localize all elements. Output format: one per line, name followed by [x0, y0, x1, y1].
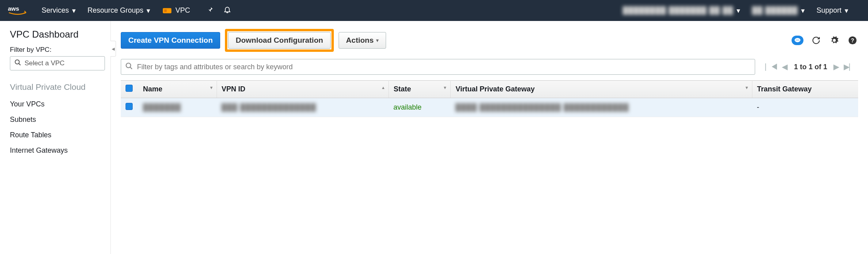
nav-services-label: Services [42, 6, 69, 15]
top-nav: aws Services ▾ Resource Groups ▾ VPC ███… [0, 0, 868, 21]
download-config-highlight: Download Configuration [225, 29, 334, 52]
search-field[interactable] [137, 63, 751, 71]
svg-point-11 [126, 63, 131, 68]
col-tgw[interactable]: Transit Gateway [752, 81, 858, 98]
vpn-connections-table: Name▾ VPN ID▴ State▾ Virtual Private Gat… [121, 80, 858, 117]
nav-region[interactable]: ██ ██████ ▾ [752, 6, 805, 15]
col-name[interactable]: Name▾ [138, 81, 217, 98]
svg-text:?: ? [851, 38, 854, 44]
svg-line-12 [130, 67, 132, 69]
nav-support[interactable]: Support ▾ [817, 6, 848, 15]
cell-name: ███████ [143, 103, 181, 111]
sidebar: ◀ VPC Dashboard Filter by VPC: Select a … [0, 21, 111, 254]
filter-by-vpc-label: Filter by VPC: [10, 46, 101, 54]
content: Create VPN Connection Download Configura… [111, 21, 868, 254]
row-checkbox[interactable] [126, 103, 133, 110]
caret-down-icon: ▾ [801, 6, 805, 15]
vpc-select[interactable]: Select a VPC [10, 56, 105, 70]
svg-point-8 [798, 40, 799, 40]
pager-next-icon[interactable]: ▶ [834, 63, 839, 71]
svg-point-7 [797, 40, 798, 40]
actions-label: Actions [346, 36, 374, 45]
sidebar-link-your-vpcs[interactable]: Your VPCs [10, 97, 101, 112]
vpc-service-icon [162, 6, 172, 16]
caret-down-icon: ▾ [845, 6, 848, 15]
pin-icon[interactable] [207, 6, 214, 15]
refresh-icon[interactable] [811, 35, 822, 46]
download-configuration-button[interactable]: Download Configuration [228, 32, 331, 49]
account-name: ████████ ███████ ██ ██ [623, 6, 733, 15]
region-name: ██ ██████ [752, 6, 798, 15]
settings-icon[interactable] [829, 35, 840, 46]
cell-vgw: ████ ███████████████ ████████████ [455, 103, 629, 111]
svg-point-3 [15, 60, 19, 64]
pager-text: 1 to 1 of 1 [794, 63, 827, 71]
svg-point-6 [796, 40, 797, 40]
caret-down-icon: ▾ [72, 6, 76, 15]
create-vpn-connection-button[interactable]: Create VPN Connection [121, 32, 220, 49]
pager-last-icon[interactable]: ▶⎸ [844, 63, 856, 71]
col-state[interactable]: State▾ [388, 81, 451, 98]
sort-asc-icon: ▴ [382, 85, 385, 90]
aws-logo[interactable]: aws [8, 5, 28, 17]
col-vgw[interactable]: Virtual Private Gateway▾ [451, 81, 752, 98]
search-icon [14, 59, 21, 68]
feedback-icon[interactable] [792, 36, 803, 45]
cell-vpn-id: ███ ██████████████ [221, 103, 316, 111]
nav-services[interactable]: Services ▾ [42, 6, 76, 15]
sidebar-collapse-handle[interactable]: ◀ [110, 41, 116, 57]
sidebar-title: VPC Dashboard [10, 29, 101, 40]
nav-vpc-shortcut[interactable]: VPC [162, 6, 190, 16]
nav-resource-groups-label: Resource Groups [88, 6, 143, 15]
nav-support-label: Support [817, 6, 841, 15]
filter-row: ⎸◀ ◀ 1 to 1 of 1 ▶ ▶⎸ [121, 59, 858, 75]
pager: ⎸◀ ◀ 1 to 1 of 1 ▶ ▶⎸ [763, 63, 858, 71]
bell-icon[interactable] [223, 6, 231, 15]
caret-down-icon: ▾ [376, 38, 379, 43]
nav-resource-groups[interactable]: Resource Groups ▾ [88, 6, 150, 15]
search-input[interactable] [121, 59, 755, 75]
sidebar-link-internet-gateways[interactable]: Internet Gateways [10, 143, 101, 158]
pager-prev-icon[interactable]: ◀ [782, 63, 788, 71]
svg-rect-1 [163, 8, 171, 13]
cell-tgw: - [757, 103, 759, 111]
sort-icon: ▾ [444, 85, 446, 90]
sidebar-section-vpc: Virtual Private Cloud [10, 82, 101, 92]
cell-state: available [393, 103, 421, 111]
actions-button[interactable]: Actions ▾ [339, 32, 386, 49]
search-icon [125, 62, 133, 72]
svg-line-4 [19, 63, 21, 65]
caret-down-icon: ▾ [147, 6, 150, 15]
select-all-checkbox[interactable] [126, 85, 133, 92]
sidebar-link-subnets[interactable]: Subnets [10, 112, 101, 127]
main-layout: ◀ VPC Dashboard Filter by VPC: Select a … [0, 21, 868, 254]
pager-first-icon[interactable]: ⎸◀ [765, 63, 777, 71]
caret-down-icon: ▾ [737, 6, 740, 15]
svg-rect-2 [164, 9, 167, 12]
help-icon[interactable]: ? [847, 35, 858, 46]
sidebar-link-route-tables[interactable]: Route Tables [10, 127, 101, 143]
nav-account[interactable]: ████████ ███████ ██ ██ ▾ [623, 6, 740, 15]
vpc-select-placeholder: Select a VPC [25, 59, 65, 67]
sort-icon: ▾ [210, 85, 213, 90]
table-row[interactable]: ███████ ███ ██████████████ available ███… [121, 98, 858, 117]
sort-icon: ▾ [746, 85, 748, 90]
col-vpn-id[interactable]: VPN ID▴ [217, 81, 388, 98]
svg-text:aws: aws [8, 5, 19, 12]
nav-vpc-label: VPC [175, 6, 190, 15]
action-row: Create VPN Connection Download Configura… [121, 29, 858, 52]
